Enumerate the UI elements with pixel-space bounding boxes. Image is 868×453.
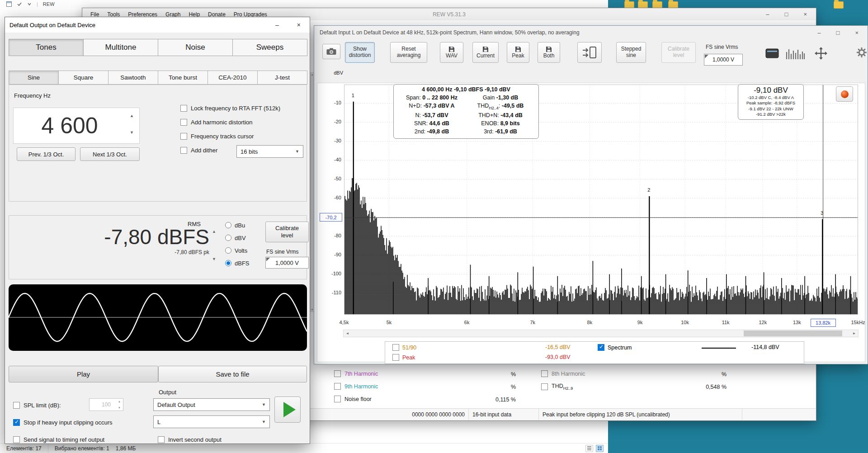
legend-5190-label: 51/90 [402, 344, 416, 351]
legend-spectrum-checkbox[interactable] [598, 344, 604, 351]
next-third-octave-button[interactable]: Next 1/3 Oct. [80, 147, 140, 161]
spin-down-icon[interactable]: ▼ [130, 131, 134, 135]
calibrate-level-button[interactable]: Calibratelevel [265, 222, 309, 242]
spin-up-icon[interactable]: ▲ [130, 114, 134, 118]
generator-titlebar[interactable]: Default Output on Default Device – × [5, 17, 310, 33]
close-button[interactable]: × [803, 11, 807, 17]
scroll-right-icon[interactable]: ► [850, 330, 858, 337]
spin-down-icon[interactable]: ▼ [212, 257, 216, 261]
scroll-up-icon[interactable]: ▲ [311, 73, 314, 76]
stop-clipping-row: Stop if heavy input clipping occurs [13, 418, 113, 426]
subtab-cea-2010[interactable]: CEA-2010 [208, 71, 258, 85]
add-harmonic-checkbox[interactable] [180, 119, 187, 126]
spl-limit-checkbox[interactable] [13, 402, 20, 409]
save-both-button[interactable]: Both [538, 42, 560, 63]
legend-peak-checkbox[interactable] [392, 354, 399, 361]
graph-horizontal-scrollbar[interactable]: ◄ ► [343, 330, 859, 337]
play-button[interactable]: Play [9, 366, 158, 382]
legend-spectrum-value-wrap: -114,8 dBV [751, 344, 779, 350]
close-button[interactable]: × [297, 21, 301, 28]
generator-start-button[interactable] [274, 396, 301, 423]
tracks-cursor-checkbox[interactable] [180, 133, 187, 140]
x-tick-label: 6k [453, 320, 481, 325]
explorer-quick-access-toolbar[interactable]: | REW [0, 0, 608, 8]
unit-dbu-row: dBu [225, 222, 245, 229]
tab-multitone[interactable]: Multitone [83, 39, 158, 56]
tab-noise[interactable]: Noise [158, 39, 233, 56]
scroll-left-icon[interactable]: ◄ [344, 330, 351, 337]
details-view-button[interactable] [585, 445, 593, 452]
save-to-file-button[interactable]: Save to file [158, 366, 307, 382]
thd-row: THDH2..9 [541, 383, 573, 391]
lock-frequency-row: Lock frequency to RTA FFT (512k) [180, 104, 280, 112]
settings-button[interactable] [855, 46, 868, 59]
timing-ref-checkbox[interactable] [13, 436, 20, 443]
add-dither-checkbox[interactable] [180, 147, 187, 154]
minimize-button[interactable]: – [817, 30, 821, 36]
status-selected-count: Вибрано елементів: 1 [48, 444, 116, 453]
subtab-sine[interactable]: Sine [9, 71, 59, 85]
lock-frequency-checkbox[interactable] [180, 105, 187, 112]
scroll-down-icon[interactable]: ▼ [311, 308, 314, 311]
output-channel-dropdown[interactable]: L [153, 415, 270, 428]
fs-sine-vrms-field[interactable]: 1,0000 V [265, 257, 309, 269]
stop-clipping-checkbox[interactable] [13, 419, 20, 426]
save-peak-button[interactable]: Peak [507, 42, 529, 63]
save-wav-button[interactable]: WAV [440, 42, 463, 63]
legend-5190-checkbox[interactable] [392, 344, 399, 351]
timing-ref-label: Send signal to timing ref output [24, 436, 104, 443]
spl-limit-field[interactable]: 100 ▲▼ [89, 398, 123, 411]
save-current-button[interactable]: Current [472, 42, 499, 63]
invert-second-checkbox[interactable] [158, 436, 165, 443]
spin-up-icon[interactable]: ▲ [212, 230, 216, 234]
y-tick-label: -100 [320, 271, 341, 276]
display-mode-button[interactable] [765, 48, 779, 58]
thd-checkbox[interactable] [541, 383, 548, 390]
dbfs-radio[interactable] [225, 260, 231, 266]
tab-sweeps[interactable]: Sweeps [232, 39, 307, 56]
noise-floor-checkbox[interactable] [334, 396, 341, 402]
thd-value: 0,548 % [684, 384, 726, 390]
spl-stepper[interactable]: ▲▼ [117, 400, 122, 410]
subtab-tone-burst[interactable]: Tone burst [158, 71, 208, 85]
dbv-radio[interactable] [225, 235, 231, 241]
scrollbar-thumb[interactable] [744, 330, 842, 336]
harmonic-8-checkbox[interactable] [541, 370, 548, 377]
subtab-square[interactable]: Square [58, 71, 108, 85]
add-dither-row: Add dither [180, 146, 217, 154]
harmonic-7-checkbox[interactable] [334, 370, 341, 377]
spectrum-bars-button[interactable] [784, 47, 806, 60]
tab-tones[interactable]: Tones [9, 39, 84, 56]
folder-icon[interactable] [834, 1, 844, 9]
calibrate-level-button[interactable]: Calibrate level [661, 42, 696, 63]
subtab-j-test[interactable]: J-test [257, 71, 307, 85]
pan-mode-button[interactable] [811, 47, 830, 60]
measurement-header: 4 600,00 Hz -9,10 dBFS -9,10 dBV [397, 86, 535, 93]
output-device-dropdown[interactable]: Default Output [153, 398, 270, 411]
x-tick-label: 13k [783, 320, 811, 325]
minimize-button[interactable]: – [275, 21, 279, 28]
show-distortion-button[interactable]: Show distortion [345, 42, 375, 63]
explorer-status-bar: Елементів: 17 Вибрано елементів: 1 1,86 … [0, 443, 608, 453]
dbu-radio[interactable] [225, 222, 231, 228]
record-button[interactable] [836, 86, 853, 102]
capture-image-button[interactable] [322, 44, 340, 59]
add-dither-label: Add dither [191, 147, 217, 154]
prev-third-octave-button[interactable]: Prev. 1/3 Oct. [17, 147, 75, 161]
fs-sine-vrms-field[interactable]: 1,0000 V [704, 54, 743, 66]
thumbnail-view-button[interactable] [596, 445, 604, 452]
dither-bits-dropdown[interactable]: 16 bits [236, 145, 303, 158]
maximize-button[interactable]: □ [836, 30, 840, 36]
generator-routing-button[interactable] [577, 42, 602, 63]
subtab-sawtooth[interactable]: Sawtooth [108, 71, 158, 85]
bars-icon [785, 47, 805, 59]
stepped-sine-button[interactable]: Stepped sine [616, 42, 646, 63]
reset-averaging-button[interactable]: Reset averaging [390, 42, 427, 63]
close-button[interactable]: × [855, 30, 859, 36]
spectrum-titlebar[interactable]: Default Input L on Default Device at 48 … [314, 26, 868, 39]
volts-radio[interactable] [225, 247, 231, 254]
harmonic-9-checkbox[interactable] [334, 383, 341, 390]
minimize-button[interactable]: – [766, 11, 769, 17]
maximize-button[interactable]: □ [785, 11, 788, 17]
frequency-field[interactable]: 4 600 [13, 108, 140, 144]
